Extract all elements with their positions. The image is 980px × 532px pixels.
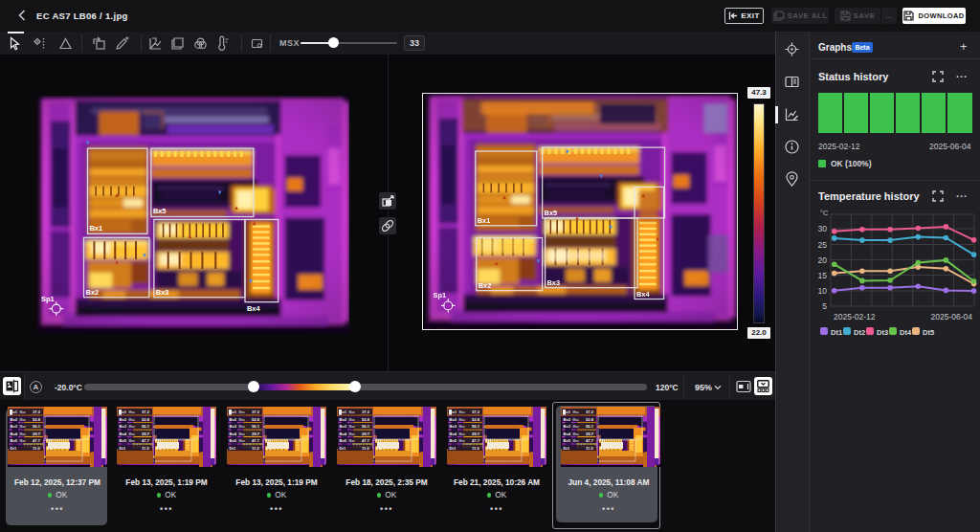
svg-text:Bx1: Bx1 <box>478 216 491 225</box>
svg-text:Bx4: Bx4 <box>247 304 260 313</box>
svg-text:2025-06-04: 2025-06-04 <box>931 312 973 321</box>
svg-text:Bx3: Bx3 <box>156 288 169 297</box>
svg-text:Sp1: Sp1 <box>433 291 446 299</box>
svg-text:20: 20 <box>818 255 828 265</box>
svg-text:Bx5: Bx5 <box>545 209 558 217</box>
svg-text:Bx1: Bx1 <box>89 224 102 233</box>
svg-text:Bx3: Bx3 <box>547 278 561 287</box>
svg-text:Bx4: Bx4 <box>636 290 650 299</box>
svg-text:Sp1: Sp1 <box>41 295 55 303</box>
svg-text:°C: °C <box>820 209 829 217</box>
svg-text:Bx2: Bx2 <box>86 288 100 297</box>
svg-text:Bx2: Bx2 <box>479 281 492 290</box>
svg-text:10: 10 <box>818 286 828 296</box>
svg-text:2025-02-12: 2025-02-12 <box>834 312 876 321</box>
svg-text:15: 15 <box>818 271 828 280</box>
svg-text:Bx5: Bx5 <box>153 208 167 216</box>
svg-text:5: 5 <box>822 301 827 311</box>
svg-text:30: 30 <box>818 224 828 233</box>
svg-text:25: 25 <box>818 240 828 250</box>
